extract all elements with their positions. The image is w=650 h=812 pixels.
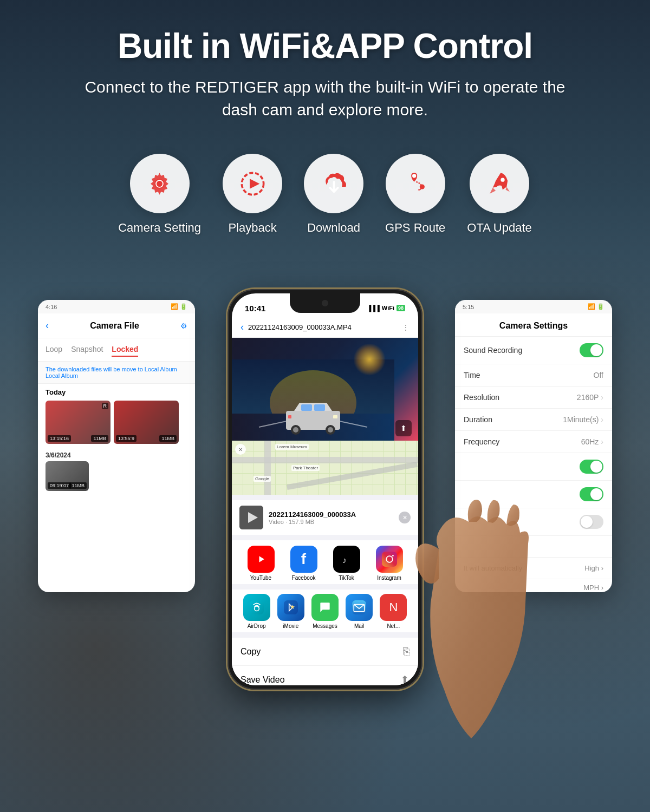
- share-sheet: 20221124163009_000033A Video · 157.9 MB …: [232, 495, 418, 685]
- save-video-icon: ⬆: [400, 673, 410, 685]
- svg-point-7: [500, 178, 504, 181]
- feature-circle-playback: [223, 154, 282, 213]
- setting-row-unit[interactable]: MPH ›: [455, 579, 612, 592]
- phone-menu-icon[interactable]: ⋮: [402, 323, 410, 332]
- left-panel: 4:16 📶 🔋 ‹ Camera File ⚙ Loop Snapshot L…: [38, 300, 195, 592]
- tab-locked[interactable]: Locked: [112, 343, 138, 357]
- svg-point-30: [392, 555, 394, 557]
- facebook-label: Facebook: [292, 575, 316, 581]
- thumb2-duration: 13:55:9: [116, 435, 136, 442]
- left-panel-header: ‹ Camera File ⚙: [38, 313, 195, 338]
- page-title: Built in WiFi&APP Control: [118, 27, 532, 65]
- app-instagram[interactable]: Instagram: [373, 546, 406, 581]
- setting-row-frequency[interactable]: Frequency 60Hz ›: [455, 431, 612, 453]
- left-back-icon[interactable]: ‹: [46, 320, 49, 331]
- resolution-val-text: 2160P: [577, 393, 599, 402]
- left-panel-notice: The downloaded files will be move to Loc…: [38, 362, 195, 384]
- app-net[interactable]: N Net...: [377, 594, 410, 629]
- phone-screen: 10:41 ▐▐▐ WiFi 98 ‹ 20221124163009_00003…: [232, 293, 418, 685]
- resolution-label: Resolution: [464, 393, 499, 402]
- apps-row-1: YouTube f Facebook: [232, 540, 418, 584]
- feature-label-camera: Camera Setting: [118, 221, 201, 235]
- features-row: Camera Setting Playback Download: [118, 154, 532, 235]
- tiktok-svg: ♪: [340, 552, 354, 566]
- imovie-icon: ★: [277, 594, 304, 621]
- tiktok-label: TikTok: [339, 575, 354, 581]
- left-panel-settings-icon[interactable]: ⚙: [180, 322, 187, 330]
- right-panel: 5:15 📶 🔋 Camera Settings Sound Recording…: [455, 300, 612, 592]
- facebook-letter: f: [301, 551, 306, 568]
- thumb1-badge: R: [102, 403, 109, 409]
- duration-value: 1Minute(s) ›: [563, 415, 603, 424]
- speed-value: High ›: [584, 564, 603, 572]
- feature-playback: Playback: [223, 154, 282, 235]
- svg-text:★: ★: [290, 604, 295, 611]
- action-copy[interactable]: Copy ⎘: [232, 638, 418, 666]
- app-mail[interactable]: Mail: [343, 594, 375, 629]
- thumb3-size: 11MB: [69, 482, 87, 489]
- left-status-time: 4:16: [46, 304, 57, 310]
- tab-loop[interactable]: Loop: [46, 343, 62, 357]
- thumb-2[interactable]: 13:55:9 11MB: [114, 401, 179, 444]
- phone-video-preview: ⬆: [232, 338, 418, 441]
- unit-value: MPH ›: [583, 584, 603, 592]
- app-facebook[interactable]: f Facebook: [288, 546, 320, 581]
- speed-note: It will automatically: [464, 564, 522, 572]
- svg-rect-26: [340, 552, 354, 566]
- video-share-icon[interactable]: ⬆: [395, 420, 412, 436]
- thumb3-duration: 09:19:07: [48, 482, 71, 489]
- instagram-svg: [382, 552, 397, 567]
- net-label: Net...: [387, 623, 400, 629]
- phone-filename: 20221124163009_000033A.MP4: [248, 323, 398, 331]
- phone-nav-bar: ‹ 20221124163009_000033A.MP4 ⋮: [232, 317, 418, 338]
- phone-camera: [322, 300, 328, 306]
- app-messages[interactable]: Messages: [309, 594, 341, 629]
- youtube-icon: [248, 546, 275, 573]
- app-imovie[interactable]: ★ iMovie: [275, 594, 307, 629]
- map-road-v: [264, 441, 271, 495]
- svg-rect-21: [288, 415, 291, 418]
- mail-label: Mail: [354, 623, 364, 629]
- toggle-4[interactable]: [580, 515, 603, 529]
- messages-icon: [311, 594, 339, 621]
- messages-svg: [318, 600, 332, 614]
- thumb1-duration: 13:15:16: [48, 435, 71, 442]
- feature-circle-gps: [386, 154, 445, 213]
- phone-map-section: Lorem Museum Park Theater Google ✕: [232, 441, 418, 495]
- thumb-3[interactable]: 09:19:07 11MB: [46, 461, 89, 491]
- section-today: Today: [38, 384, 195, 398]
- phone-back-button[interactable]: ‹: [240, 322, 244, 333]
- toggle-3[interactable]: [580, 487, 603, 501]
- app-airdrop[interactable]: AirDrop: [240, 594, 273, 629]
- feature-circle-ota: [470, 154, 529, 213]
- tab-snapshot[interactable]: Snapshot: [71, 343, 103, 357]
- instagram-label: Instagram: [377, 575, 401, 581]
- right-panel-status: 5:15 📶 🔋: [455, 300, 612, 313]
- toggle-2[interactable]: [580, 460, 603, 474]
- setting-row-speed[interactable]: It will automatically High ›: [455, 558, 612, 579]
- facebook-icon: f: [290, 546, 317, 573]
- setting-row-resolution[interactable]: Resolution 2160P ›: [455, 387, 612, 409]
- instagram-icon: [376, 546, 403, 573]
- battery-badge: 98: [396, 305, 405, 311]
- share-file-row: 20221124163009_000033A Video · 157.9 MB …: [232, 500, 418, 535]
- svg-marker-4: [250, 179, 259, 188]
- feature-label-playback: Playback: [228, 221, 276, 235]
- feature-circle-camera: [130, 154, 190, 213]
- local-album-link[interactable]: Local Album: [46, 372, 78, 379]
- left-status-icons: 📶 🔋: [171, 303, 187, 310]
- map-label-2: Park Theater: [291, 465, 320, 471]
- sound-toggle[interactable]: [580, 343, 603, 357]
- page-subtitle: Connect to the REDTIGER app with the bui…: [81, 76, 569, 121]
- mail-svg: [352, 600, 366, 614]
- app-youtube[interactable]: YouTube: [245, 546, 277, 581]
- action-save-video[interactable]: Save Video ⬆: [232, 666, 418, 685]
- setting-row-duration[interactable]: Duration 1Minute(s) ›: [455, 409, 612, 431]
- feature-ota: OTA Update: [467, 154, 531, 235]
- share-close-button[interactable]: ✕: [399, 512, 411, 523]
- thumb-1[interactable]: R 13:15:16 11MB: [46, 401, 110, 444]
- svg-rect-20: [333, 415, 337, 418]
- phone-notch: [290, 293, 360, 313]
- app-tiktok[interactable]: ♪ TikTok: [330, 546, 363, 581]
- copy-icon: ⎘: [403, 645, 410, 658]
